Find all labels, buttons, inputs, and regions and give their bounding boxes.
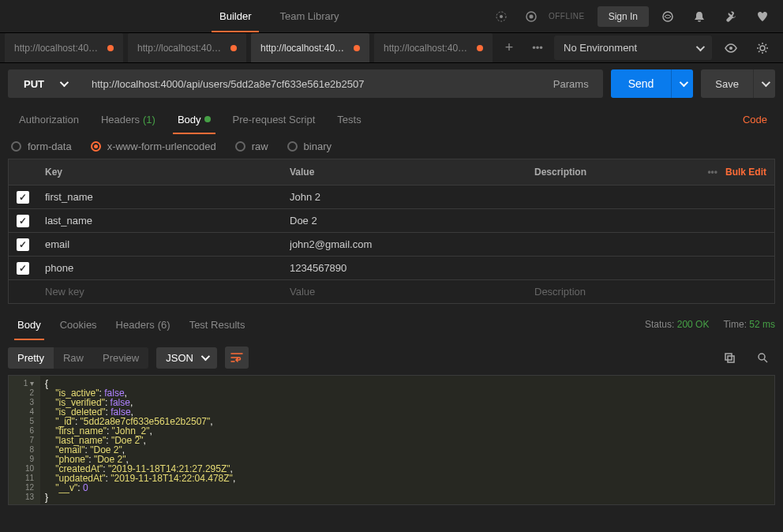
chevron-down-icon xyxy=(60,78,69,87)
send-group: Send xyxy=(611,69,694,98)
code-link[interactable]: Code xyxy=(743,114,775,126)
satellite-icon[interactable] xyxy=(655,6,680,28)
request-tab-2[interactable]: http://localhost:4000... xyxy=(251,33,369,62)
subtab-headers[interactable]: Headers (1) xyxy=(90,104,167,134)
status-value: 200 OK xyxy=(677,319,710,330)
column-description: Description xyxy=(526,167,707,178)
resp-tab-headers[interactable]: Headers (6) xyxy=(107,309,180,340)
column-key: Key xyxy=(37,167,282,178)
resp-tab-body[interactable]: Body xyxy=(8,309,51,340)
request-tab-3[interactable]: http://localhost:4000... xyxy=(374,33,493,62)
value-input[interactable] xyxy=(290,238,519,250)
environment-group: No Environment xyxy=(554,33,783,62)
copy-icon[interactable] xyxy=(717,347,742,369)
value-input[interactable] xyxy=(290,215,519,227)
notifications-icon[interactable] xyxy=(687,6,712,28)
send-button[interactable]: Send xyxy=(611,69,672,98)
unsaved-dot-icon xyxy=(107,45,114,51)
resp-tab-test-results[interactable]: Test Results xyxy=(180,309,255,340)
mode-preview[interactable]: Preview xyxy=(93,347,148,369)
radio-form-data[interactable]: form-data xyxy=(11,140,72,152)
save-dropdown[interactable] xyxy=(753,69,775,98)
params-button[interactable]: Params xyxy=(539,69,603,98)
url-bar: PUT Params Send Save xyxy=(0,63,783,104)
value-input[interactable] xyxy=(290,286,519,298)
send-dropdown[interactable] xyxy=(671,69,693,98)
description-input[interactable] xyxy=(534,262,766,274)
subtab-prerequest[interactable]: Pre-request Script xyxy=(222,104,327,134)
resp-headers-count: (6) xyxy=(158,319,170,331)
table-row: ✓ xyxy=(9,185,774,208)
response-code: { "is_active": false, "is_verified": fal… xyxy=(40,376,774,504)
subtab-tests[interactable]: Tests xyxy=(326,104,372,134)
request-tab-0[interactable]: http://localhost:4000... xyxy=(5,33,123,62)
search-icon[interactable] xyxy=(750,347,775,369)
response-body-viewer[interactable]: 1 ▾2345678910111213 { "is_active": false… xyxy=(8,375,775,505)
sign-in-button[interactable]: Sign In xyxy=(598,6,649,27)
table-header-row: Key Value Description ••• Bulk Edit xyxy=(9,159,774,185)
subtab-authorization[interactable]: Authorization xyxy=(8,104,90,134)
request-tab-label: http://localhost:4000... xyxy=(14,43,101,54)
svg-point-6 xyxy=(760,46,765,51)
environment-selected-label: No Environment xyxy=(564,42,637,54)
table-more-icon[interactable]: ••• xyxy=(707,167,717,178)
url-input[interactable] xyxy=(82,69,539,98)
description-input[interactable] xyxy=(534,215,766,227)
method-select[interactable]: PUT xyxy=(8,69,82,98)
tab-builder[interactable]: Builder xyxy=(205,0,265,32)
resp-headers-label: Headers xyxy=(116,319,155,331)
radio-urlencoded[interactable]: x-www-form-urlencoded xyxy=(91,140,216,152)
mode-pretty[interactable]: Pretty xyxy=(8,347,54,369)
row-checkbox[interactable]: ✓ xyxy=(17,191,29,204)
description-input[interactable] xyxy=(534,238,766,250)
request-tab-1[interactable]: http://localhost:4000... xyxy=(128,33,246,62)
headers-count: (1) xyxy=(143,114,155,126)
svg-rect-7 xyxy=(725,354,732,360)
tab-team-library[interactable]: Team Library xyxy=(265,0,353,32)
bulk-edit-link[interactable]: Bulk Edit xyxy=(725,167,766,178)
key-input[interactable] xyxy=(45,286,274,298)
body-indicator-icon xyxy=(204,116,211,122)
sync-target-icon xyxy=(489,6,514,28)
key-input[interactable] xyxy=(45,262,274,274)
environment-select[interactable]: No Environment xyxy=(554,36,712,60)
settings-wrench-icon[interactable] xyxy=(718,6,744,28)
request-subtabs: Authorization Headers (1) Body Pre-reque… xyxy=(0,104,783,134)
add-tab-button[interactable]: + xyxy=(497,33,521,62)
subtab-body[interactable]: Body xyxy=(167,104,222,134)
resp-tab-cookies[interactable]: Cookies xyxy=(51,309,107,340)
env-settings-icon[interactable] xyxy=(750,37,775,59)
tabs-more-icon[interactable]: ••• xyxy=(526,33,549,62)
value-input[interactable] xyxy=(290,262,519,274)
status-label: Status: xyxy=(645,319,674,330)
save-button[interactable]: Save xyxy=(701,69,753,98)
viewer-mode-group: Pretty Raw Preview xyxy=(8,347,148,369)
radio-binary[interactable]: binary xyxy=(287,140,332,152)
quick-look-icon[interactable] xyxy=(718,37,744,59)
unsaved-dot-icon xyxy=(354,45,360,51)
time-label: Time: xyxy=(723,319,747,330)
sync-status: OFFLINE xyxy=(489,6,585,28)
format-select[interactable]: JSON xyxy=(156,347,217,369)
key-input[interactable] xyxy=(45,215,274,227)
wrap-lines-icon[interactable] xyxy=(225,347,249,369)
unsaved-dot-icon xyxy=(477,45,483,51)
row-checkbox[interactable]: ✓ xyxy=(17,215,29,227)
key-input[interactable] xyxy=(45,238,274,250)
key-input[interactable] xyxy=(45,191,274,203)
chevron-down-icon xyxy=(761,78,770,87)
mode-raw[interactable]: Raw xyxy=(54,347,93,369)
heart-icon[interactable] xyxy=(750,6,775,28)
radio-label: form-data xyxy=(28,140,72,152)
radio-raw[interactable]: raw xyxy=(235,140,268,152)
table-row-new xyxy=(9,279,774,303)
top-nav: Builder Team Library xyxy=(205,0,354,32)
radio-icon xyxy=(235,141,245,152)
body-label: Body xyxy=(178,114,201,126)
description-input[interactable] xyxy=(534,191,766,203)
radio-label: x-www-form-urlencoded xyxy=(107,140,216,152)
description-input[interactable] xyxy=(534,286,766,298)
row-checkbox[interactable]: ✓ xyxy=(17,238,29,251)
value-input[interactable] xyxy=(290,191,519,203)
row-checkbox[interactable]: ✓ xyxy=(17,262,29,275)
